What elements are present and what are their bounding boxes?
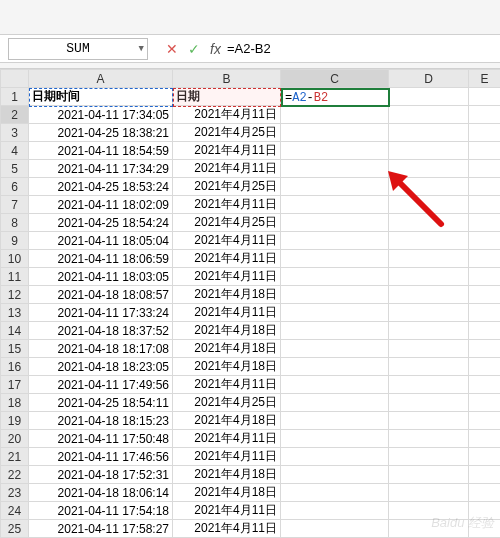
- cell[interactable]: 2021年4月11日: [173, 304, 281, 322]
- cell[interactable]: [469, 268, 501, 286]
- cell[interactable]: 2021年4月25日: [173, 124, 281, 142]
- cell[interactable]: [389, 142, 469, 160]
- cell[interactable]: [281, 250, 389, 268]
- row-header[interactable]: 8: [1, 214, 29, 232]
- name-box[interactable]: SUM ▼: [8, 38, 148, 60]
- table-row[interactable]: 122021-04-18 18:08:572021年4月18日: [1, 286, 501, 304]
- cell[interactable]: [389, 340, 469, 358]
- row-header[interactable]: 25: [1, 520, 29, 538]
- cell[interactable]: 2021年4月11日: [173, 232, 281, 250]
- cell[interactable]: 2021年4月25日: [173, 214, 281, 232]
- cell[interactable]: [469, 88, 501, 106]
- row-header[interactable]: 2: [1, 106, 29, 124]
- cell[interactable]: [281, 502, 389, 520]
- select-all-corner[interactable]: [1, 70, 29, 88]
- cell[interactable]: [469, 142, 501, 160]
- cancel-icon[interactable]: ✕: [166, 41, 178, 57]
- cell[interactable]: [469, 502, 501, 520]
- cell[interactable]: 2021年4月18日: [173, 484, 281, 502]
- cell[interactable]: [469, 250, 501, 268]
- cell[interactable]: [389, 376, 469, 394]
- cell[interactable]: 2021-04-11 17:33:24: [29, 304, 173, 322]
- cell[interactable]: [469, 124, 501, 142]
- cell[interactable]: [281, 142, 389, 160]
- cell[interactable]: 2021-04-11 17:49:56: [29, 376, 173, 394]
- table-row[interactable]: 112021-04-11 18:03:052021年4月11日: [1, 268, 501, 286]
- cell[interactable]: 2021年4月11日: [173, 196, 281, 214]
- cell[interactable]: 2021年4月11日: [173, 268, 281, 286]
- row-header[interactable]: 24: [1, 502, 29, 520]
- cell[interactable]: [389, 214, 469, 232]
- cell[interactable]: [281, 268, 389, 286]
- row-header[interactable]: 9: [1, 232, 29, 250]
- cell[interactable]: 2021-04-18 17:52:31: [29, 466, 173, 484]
- cell[interactable]: [389, 124, 469, 142]
- table-row[interactable]: 22021-04-11 17:34:052021年4月11日: [1, 106, 501, 124]
- cell[interactable]: 2021年4月11日: [173, 502, 281, 520]
- table-row[interactable]: 202021-04-11 17:50:482021年4月11日: [1, 430, 501, 448]
- cell[interactable]: [389, 358, 469, 376]
- table-row[interactable]: 212021-04-11 17:46:562021年4月11日: [1, 448, 501, 466]
- cell[interactable]: 2021-04-18 18:37:52: [29, 322, 173, 340]
- col-header-b[interactable]: B: [173, 70, 281, 88]
- cell[interactable]: 2021年4月11日: [173, 142, 281, 160]
- cell[interactable]: [469, 304, 501, 322]
- cell[interactable]: 2021年4月11日: [173, 160, 281, 178]
- row-header[interactable]: 1: [1, 88, 29, 106]
- cell[interactable]: [281, 394, 389, 412]
- table-row[interactable]: 142021-04-18 18:37:522021年4月18日: [1, 322, 501, 340]
- cell[interactable]: [281, 196, 389, 214]
- cell[interactable]: 2021年4月18日: [173, 412, 281, 430]
- cell[interactable]: [281, 124, 389, 142]
- cell[interactable]: 2021-04-11 18:02:09: [29, 196, 173, 214]
- cell[interactable]: [469, 160, 501, 178]
- cell[interactable]: [469, 484, 501, 502]
- row-header[interactable]: 17: [1, 376, 29, 394]
- cell[interactable]: [281, 106, 389, 124]
- row-header[interactable]: 21: [1, 448, 29, 466]
- row-header[interactable]: 18: [1, 394, 29, 412]
- cell[interactable]: 2021-04-18 18:08:57: [29, 286, 173, 304]
- row-header[interactable]: 6: [1, 178, 29, 196]
- table-row[interactable]: 172021-04-11 17:49:562021年4月11日: [1, 376, 501, 394]
- formula-input[interactable]: [221, 38, 500, 60]
- cell[interactable]: [469, 358, 501, 376]
- cell[interactable]: 2021-04-18 18:15:23: [29, 412, 173, 430]
- cell[interactable]: 2021年4月18日: [173, 466, 281, 484]
- cell[interactable]: [389, 106, 469, 124]
- cell[interactable]: [469, 412, 501, 430]
- table-row[interactable]: 1日期时间日期时间: [1, 88, 501, 106]
- cell[interactable]: [469, 430, 501, 448]
- table-row[interactable]: 52021-04-11 17:34:292021年4月11日: [1, 160, 501, 178]
- cell[interactable]: [389, 286, 469, 304]
- cell[interactable]: [389, 466, 469, 484]
- col-header-a[interactable]: A: [29, 70, 173, 88]
- editing-cell-c2[interactable]: =A2-B2: [281, 88, 390, 107]
- cell[interactable]: [281, 160, 389, 178]
- cell[interactable]: [469, 178, 501, 196]
- cell[interactable]: [469, 340, 501, 358]
- fx-icon[interactable]: fx: [210, 41, 221, 57]
- cell[interactable]: 2021年4月18日: [173, 322, 281, 340]
- cell[interactable]: [469, 214, 501, 232]
- row-header[interactable]: 3: [1, 124, 29, 142]
- cell[interactable]: [469, 520, 501, 538]
- worksheet-grid[interactable]: =A2-B2 A B C D E 1日期时间日期时间22021-04-11 17…: [0, 69, 500, 538]
- cell[interactable]: 2021-04-25 18:54:24: [29, 214, 173, 232]
- cell[interactable]: 2021-04-25 18:53:24: [29, 178, 173, 196]
- cell[interactable]: 2021-04-18 18:06:14: [29, 484, 173, 502]
- row-header[interactable]: 11: [1, 268, 29, 286]
- cell[interactable]: [281, 214, 389, 232]
- cell[interactable]: 2021年4月18日: [173, 286, 281, 304]
- row-header[interactable]: 22: [1, 466, 29, 484]
- cell[interactable]: [389, 304, 469, 322]
- cell[interactable]: 2021年4月11日: [173, 376, 281, 394]
- cells-table[interactable]: A B C D E 1日期时间日期时间22021-04-11 17:34:052…: [0, 69, 500, 538]
- cell[interactable]: 2021-04-11 18:06:59: [29, 250, 173, 268]
- row-header[interactable]: 12: [1, 286, 29, 304]
- cell[interactable]: [281, 358, 389, 376]
- chevron-down-icon[interactable]: ▼: [139, 44, 144, 54]
- row-header[interactable]: 16: [1, 358, 29, 376]
- table-row[interactable]: 132021-04-11 17:33:242021年4月11日: [1, 304, 501, 322]
- row-header[interactable]: 20: [1, 430, 29, 448]
